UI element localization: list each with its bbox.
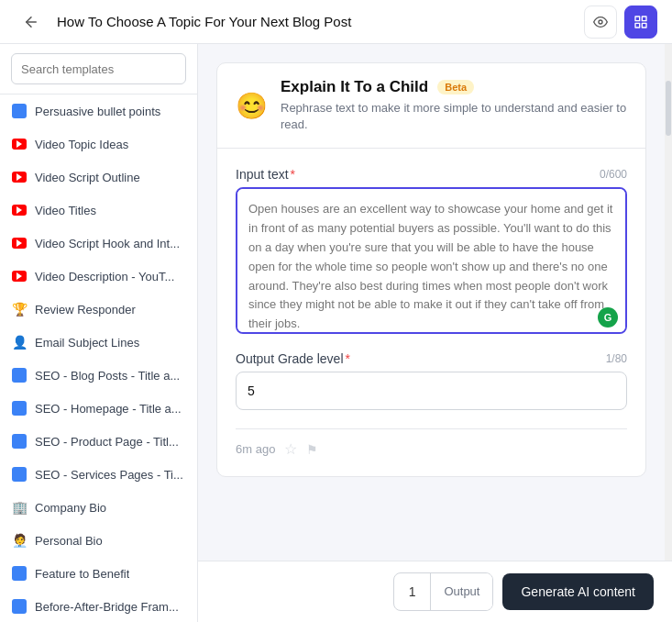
sidebar-item-label: SEO - Product Page - Titl...: [35, 435, 179, 449]
svg-rect-4: [635, 23, 640, 28]
input-label: Input text*: [236, 167, 295, 182]
main-area: 😊 Explain It To a Child Beta Rephrase te…: [198, 44, 672, 622]
sidebar-item-label: SEO - Homepage - Title a...: [35, 402, 182, 416]
grade-label-row: Output Grade level* 1/80: [236, 351, 627, 366]
sidebar: Persuasive bullet pointsVideo Topic Idea…: [0, 44, 198, 622]
template-card: 😊 Explain It To a Child Beta Rephrase te…: [216, 62, 646, 477]
youtube-icon: [11, 169, 28, 185]
sidebar-item-before-after[interactable]: Before-After-Bridge Fram...: [0, 590, 197, 622]
sidebar-item-label: Video Description - YouT...: [35, 270, 174, 283]
emoji-icon: 🏢: [11, 499, 28, 516]
sidebar-item-video-script-outline[interactable]: Video Script Outline: [0, 161, 197, 194]
sidebar-item-label: Feature to Benefit: [35, 567, 129, 581]
layout-button[interactable]: [624, 6, 657, 39]
sidebar-item-label: Video Script Outline: [35, 171, 140, 184]
sidebar-item-label: SEO - Services Pages - Ti...: [35, 468, 183, 482]
card-title: Explain It To a Child: [281, 78, 428, 96]
header: How To Choose A Topic For Your Next Blog…: [0, 0, 672, 44]
blue-square-icon: [11, 433, 28, 450]
sidebar-item-seo-product[interactable]: SEO - Product Page - Titl...: [0, 425, 197, 458]
emoji-icon: 🏆: [11, 301, 28, 317]
scrollbar-thumb: [666, 81, 671, 136]
sidebar-item-personal-bio[interactable]: 🧑‍💼Personal Bio: [0, 524, 197, 557]
sidebar-item-video-description[interactable]: Video Description - YouT...: [0, 260, 197, 293]
emoji-icon: 🧑‍💼: [11, 532, 28, 549]
card-body: Input text* 0/600 G: [217, 149, 645, 476]
svg-point-0: [599, 20, 602, 24]
blue-square-icon: [11, 367, 28, 383]
stepper-number: 1: [394, 573, 432, 610]
output-stepper: 1 Output: [393, 572, 494, 611]
textarea-wrap: G: [236, 187, 627, 337]
eye-button[interactable]: [584, 6, 617, 39]
svg-rect-1: [635, 17, 640, 21]
card-description: Rephrase text to make it more simple to …: [281, 100, 627, 133]
grade-counter: 1/80: [606, 352, 627, 365]
search-box: [0, 44, 197, 94]
youtube-icon: [11, 136, 28, 152]
sidebar-item-label: Review Responder: [35, 303, 136, 317]
sidebar-item-seo-blog[interactable]: SEO - Blog Posts - Title a...: [0, 359, 197, 392]
sidebar-item-label: Video Topic Ideas: [35, 138, 128, 151]
svg-rect-2: [642, 17, 646, 21]
layout: Persuasive bullet pointsVideo Topic Idea…: [0, 44, 672, 622]
sidebar-item-label: Before-After-Bridge Fram...: [35, 600, 179, 614]
grade-input[interactable]: [236, 372, 627, 410]
blue-square-icon: [11, 598, 28, 615]
star-icon[interactable]: ☆: [284, 440, 297, 458]
sidebar-item-label: SEO - Blog Posts - Title a...: [35, 369, 180, 383]
generate-button[interactable]: Generate AI content: [502, 573, 654, 610]
search-input[interactable]: [11, 53, 186, 84]
sidebar-item-video-script-hook[interactable]: Video Script Hook and Int...: [0, 227, 197, 260]
card-title-row: Explain It To a Child Beta: [281, 78, 627, 96]
youtube-icon: [11, 235, 28, 251]
card-emoji: 😊: [236, 91, 268, 121]
sidebar-item-seo-services[interactable]: SEO - Services Pages - Ti...: [0, 458, 197, 491]
scrollbar-track[interactable]: [665, 44, 672, 561]
main-scroll: 😊 Explain It To a Child Beta Rephrase te…: [198, 44, 665, 561]
header-left: How To Choose A Topic For Your Next Blog…: [15, 6, 351, 39]
sidebar-item-video-titles[interactable]: Video Titles: [0, 194, 197, 227]
footer: 1 Output Generate AI content: [198, 561, 672, 622]
sidebar-item-label: Company Bio: [35, 501, 106, 515]
card-header: 😊 Explain It To a Child Beta Rephrase te…: [217, 63, 645, 149]
youtube-icon: [11, 268, 28, 284]
sidebar-item-label: Persuasive bullet points: [35, 105, 160, 118]
blue-square-icon: [11, 103, 28, 119]
input-textarea[interactable]: [236, 187, 627, 334]
sidebar-item-persuasive-bullet[interactable]: Persuasive bullet points: [0, 94, 197, 128]
svg-rect-3: [642, 23, 646, 28]
grade-label: Output Grade level*: [236, 351, 350, 366]
header-actions: [584, 6, 657, 39]
card-header-text: Explain It To a Child Beta Rephrase text…: [281, 78, 627, 133]
flag-icon[interactable]: ⚑: [306, 442, 318, 457]
sidebar-list: Persuasive bullet pointsVideo Topic Idea…: [0, 94, 197, 622]
youtube-icon: [11, 202, 28, 218]
sidebar-item-label: Video Titles: [35, 204, 96, 217]
sidebar-item-label: Video Script Hook and Int...: [35, 237, 180, 250]
sidebar-item-seo-homepage[interactable]: SEO - Homepage - Title a...: [0, 392, 197, 425]
sidebar-item-label: Personal Bio: [35, 534, 103, 548]
input-label-row: Input text* 0/600: [236, 167, 627, 182]
sidebar-item-review-responder[interactable]: 🏆Review Responder: [0, 293, 197, 326]
sidebar-item-video-topic[interactable]: Video Topic Ideas: [0, 128, 197, 161]
beta-badge: Beta: [437, 80, 474, 94]
blue-square-icon: [11, 466, 28, 483]
history-timestamp: 6m ago: [236, 442, 275, 456]
back-button[interactable]: [15, 6, 48, 39]
sidebar-item-company-bio[interactable]: 🏢Company Bio: [0, 491, 197, 524]
input-text-field: Input text* 0/600 G: [236, 167, 627, 337]
sidebar-item-label: Email Subject Lines: [35, 336, 139, 350]
blue-square-icon: [11, 565, 28, 582]
output-label: Output: [431, 573, 492, 610]
sidebar-item-feature-benefit[interactable]: Feature to Benefit: [0, 557, 197, 590]
input-counter: 0/600: [600, 168, 627, 181]
emoji-icon: 👤: [11, 334, 28, 350]
page-title: How To Choose A Topic For Your Next Blog…: [57, 14, 351, 29]
history-row: 6m ago ☆ ⚑: [236, 428, 627, 458]
grade-level-field: Output Grade level* 1/80: [236, 351, 627, 410]
sidebar-item-email-subject[interactable]: 👤Email Subject Lines: [0, 326, 197, 359]
main-inner: 😊 Explain It To a Child Beta Rephrase te…: [198, 44, 672, 561]
blue-square-icon: [11, 400, 28, 417]
